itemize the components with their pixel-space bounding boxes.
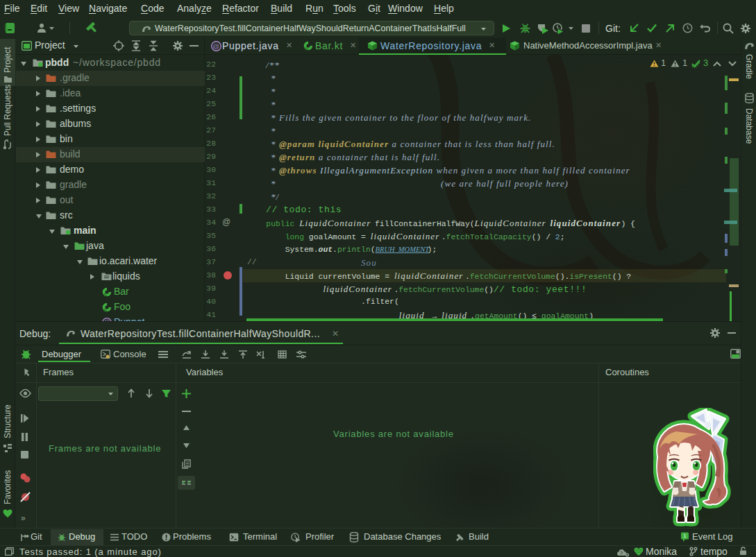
- svg-text:1: 1: [683, 533, 687, 539]
- svg-text:?: ?: [620, 550, 623, 556]
- svg-text:@: @: [212, 42, 220, 50]
